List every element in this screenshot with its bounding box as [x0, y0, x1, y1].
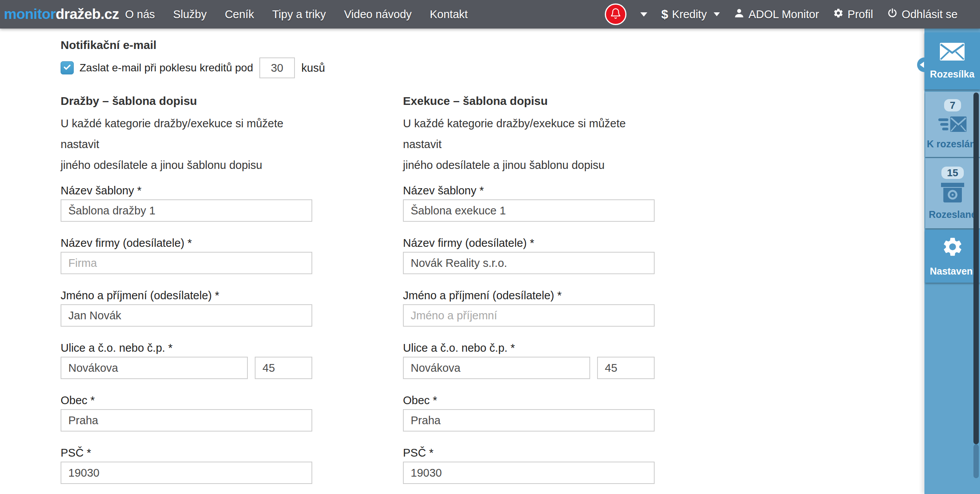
right-sidebar: Rozesílka 7 K rozeslání 15 Rozes: [924, 29, 980, 494]
notifications-chevron-down-icon[interactable]: [640, 12, 647, 17]
nav-item-video-navody[interactable]: Video návody: [344, 8, 411, 21]
sidebar-tab-label: Nastavení: [930, 266, 975, 277]
logout-label: Odhlásit se: [902, 8, 958, 21]
notification-email-heading: Notifikační e-mail: [61, 39, 325, 52]
envelope-icon: [939, 42, 965, 62]
field-group: Jméno a příjmení (odesílatele) *: [403, 289, 655, 327]
field-group: Název šablony *: [61, 184, 312, 222]
logo-part-monitor: monitor: [4, 6, 56, 22]
template-name-label: Název šablony *: [403, 184, 655, 197]
top-navbar: monitordražeb.cz O nás Služby Ceník Tipy…: [0, 0, 980, 29]
field-group: PSČ *: [61, 447, 312, 484]
sender-name-input-exekuce[interactable]: [403, 304, 655, 327]
logout-link[interactable]: Odhlásit se: [887, 8, 958, 21]
sender-name-label: Jméno a příjmení (odesílatele) *: [403, 289, 655, 302]
gear-icon: [941, 236, 964, 260]
city-label: Obec *: [403, 394, 655, 406]
sent-count-badge: 15: [941, 167, 964, 179]
logo-part-drazeb: dražeb.cz: [56, 6, 119, 22]
zip-input-drazby[interactable]: [61, 462, 312, 484]
credits-label: Kredity: [672, 8, 707, 21]
sidebar-tab-label: Rozesílka: [930, 69, 974, 80]
user-icon: [734, 8, 745, 21]
sender-name-label: Jméno a příjmení (odesílatele) *: [61, 289, 312, 302]
drazby-description: U každé kategorie dražby/exekuce si může…: [61, 113, 312, 175]
credits-chevron-down-icon: [714, 12, 720, 16]
street-label: Ulice a č.o. nebo č.p. *: [61, 342, 312, 354]
field-group: Ulice a č.o. nebo č.p. *: [61, 342, 312, 379]
street-input-exekuce[interactable]: [403, 357, 590, 379]
description-line: U každé kategorie dražby/exekuce si může…: [403, 117, 626, 150]
credit-threshold-unit: kusů: [301, 62, 325, 74]
sidebar-tab-k-rozeslani[interactable]: 7 K rozeslání: [925, 92, 980, 157]
sidebar-tab-nastaveni[interactable]: Nastavení: [925, 230, 980, 283]
company-name-label: Název firmy (odesílatele) *: [61, 237, 312, 249]
notifications-button[interactable]: [605, 3, 626, 25]
description-line: jiného odesílatele a jinou šablonu dopis…: [61, 159, 262, 171]
email-threshold-checkbox[interactable]: [61, 61, 74, 74]
street-label: Ulice a č.o. nebo č.p. *: [403, 342, 655, 354]
city-label: Obec *: [61, 394, 312, 406]
navbar-right-group: $ Kredity ADOL Monitor Profil: [605, 0, 958, 29]
template-name-input-exekuce[interactable]: [403, 199, 655, 222]
street-input-drazby[interactable]: [61, 357, 248, 379]
send-mail-icon: [938, 115, 967, 135]
city-input-exekuce[interactable]: [403, 409, 655, 432]
exekuce-template-form: Exekuce – šablona dopisu U každé kategor…: [403, 94, 655, 494]
field-group: Obec *: [403, 394, 655, 432]
site-logo[interactable]: monitordražeb.cz: [4, 6, 119, 22]
description-line: U každé kategorie dražby/exekuce si může…: [61, 117, 283, 150]
scrollbar-thumb[interactable]: [973, 93, 979, 444]
sidebar-tab-label: Rozeslané: [929, 209, 977, 220]
bell-icon: [610, 8, 621, 21]
sidebar-collapse-button[interactable]: [917, 57, 932, 72]
profile-label: Profil: [848, 8, 873, 21]
field-group: Jméno a příjmení (odesílatele) *: [61, 289, 312, 327]
sidebar-tab-label: K rozeslání: [927, 138, 978, 150]
credit-threshold-input[interactable]: [259, 57, 295, 78]
drazby-heading: Dražby – šablona dopisu: [61, 94, 312, 108]
power-icon: [887, 8, 898, 21]
exekuce-description: U každé kategorie dražby/exekuce si může…: [403, 113, 655, 175]
mailbox-icon: [941, 182, 965, 206]
template-name-input-drazby[interactable]: [61, 199, 312, 222]
credits-menu[interactable]: $ Kredity: [661, 7, 720, 22]
pending-count-badge: 7: [944, 99, 961, 111]
street-number-input-drazby[interactable]: [255, 357, 312, 379]
street-number-input-exekuce[interactable]: [597, 357, 655, 379]
field-group: Název firmy (odesílatele) *: [403, 237, 655, 274]
nav-item-kontakt[interactable]: Kontakt: [430, 8, 468, 21]
user-name-label: ADOL Monitor: [748, 8, 819, 21]
zip-label: PSČ *: [403, 447, 655, 459]
nav-item-o-nas[interactable]: O nás: [125, 8, 155, 21]
nav-item-tipy-a-triky[interactable]: Tipy a triky: [272, 8, 326, 21]
field-group: Obec *: [61, 394, 312, 432]
drazby-template-form: Dražby – šablona dopisu U každé kategori…: [61, 94, 312, 494]
dollar-icon: $: [661, 7, 668, 22]
sidebar-tab-rozeslane[interactable]: 15 Rozeslané: [925, 158, 980, 228]
description-line: jiného odesílatele a jinou šablonu dopis…: [403, 159, 604, 171]
field-group: Název firmy (odesílatele) *: [61, 237, 312, 274]
city-input-drazby[interactable]: [61, 409, 312, 432]
template-name-label: Název šablony *: [61, 184, 312, 197]
company-name-input-drazby[interactable]: [61, 252, 312, 274]
field-group: Ulice a č.o. nebo č.p. *: [403, 342, 655, 379]
gear-icon: [833, 8, 844, 21]
credit-threshold-row: Zaslat e-mail při poklesu kreditů pod ku…: [61, 57, 325, 78]
sender-name-input-drazby[interactable]: [61, 304, 312, 327]
company-name-input-exekuce[interactable]: [403, 252, 655, 274]
main-menu: O nás Služby Ceník Tipy a triky Video ná…: [125, 0, 468, 29]
credit-threshold-label: Zaslat e-mail při poklesu kreditů pod: [80, 62, 253, 74]
zip-input-exekuce[interactable]: [403, 462, 655, 484]
chevron-left-icon: [920, 62, 924, 68]
sidebar-tab-rozesilka[interactable]: Rozesílka: [924, 32, 980, 89]
notification-email-section: Notifikační e-mail Zaslat e-mail při pok…: [61, 39, 325, 78]
field-group: Název šablony *: [403, 184, 655, 222]
exekuce-heading: Exekuce – šablona dopisu: [403, 94, 655, 108]
nav-item-cenik[interactable]: Ceník: [225, 8, 254, 21]
user-menu[interactable]: ADOL Monitor: [734, 8, 819, 21]
company-name-label: Název firmy (odesílatele) *: [403, 237, 655, 249]
field-group: PSČ *: [403, 447, 655, 484]
profile-link[interactable]: Profil: [833, 8, 873, 21]
nav-item-sluzby[interactable]: Služby: [173, 8, 206, 21]
